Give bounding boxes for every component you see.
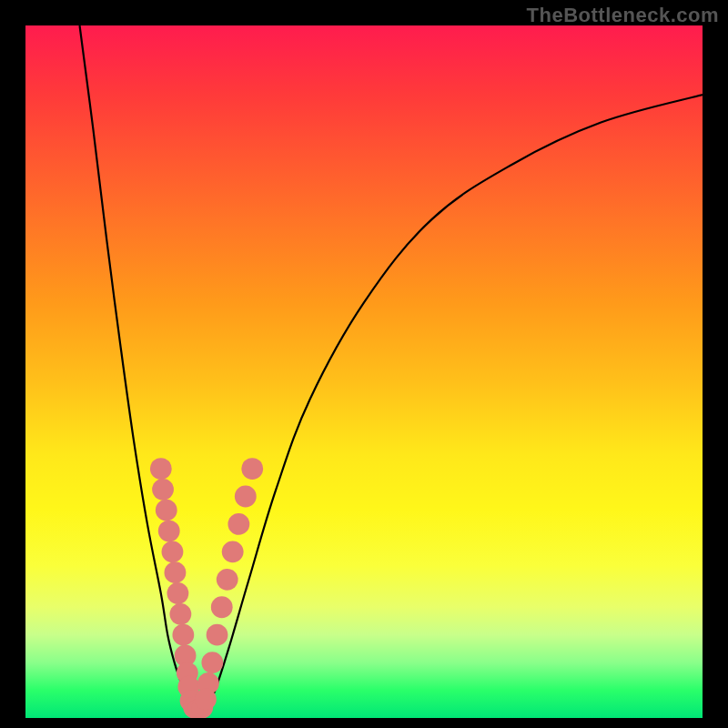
curve-layer <box>25 25 703 718</box>
bead-point <box>235 486 257 508</box>
bead-point <box>228 513 249 535</box>
bead-point <box>195 689 217 711</box>
chart-frame: TheBottleneck.com <box>0 0 728 728</box>
bead-point <box>162 541 184 562</box>
bead-point <box>156 500 177 521</box>
watermark-text: TheBottleneck.com <box>527 4 719 27</box>
bead-point <box>211 596 233 618</box>
bead-point <box>167 582 188 604</box>
bead-point <box>172 624 194 646</box>
bead-point <box>158 521 180 542</box>
bead-point <box>152 479 174 500</box>
bead-point <box>169 603 191 625</box>
series-right-curve <box>205 95 703 711</box>
bead-point <box>217 569 238 591</box>
bead-point <box>150 458 172 480</box>
bead-point <box>201 652 223 673</box>
bead-point <box>241 458 263 480</box>
bead-point <box>222 541 244 562</box>
bead-point <box>165 561 187 583</box>
plot-area <box>25 25 703 718</box>
bead-point <box>207 624 228 646</box>
